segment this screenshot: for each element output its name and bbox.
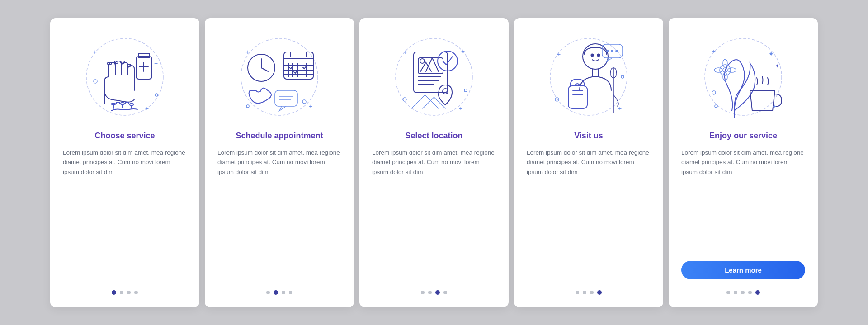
svg-text:+: + — [145, 105, 149, 112]
svg-point-41 — [246, 105, 249, 108]
svg-point-59 — [598, 54, 600, 56]
svg-text:✦: ✦ — [712, 48, 716, 55]
svg-point-58 — [591, 54, 594, 56]
cards-container: + + + Choose service Lorem ipsum dolor s… — [50, 18, 818, 307]
dot — [266, 291, 270, 294]
schedule-body: Lorem ipsum dolor sit dim amet, mea regi… — [217, 148, 341, 279]
dot-active — [112, 290, 116, 295]
svg-point-63 — [616, 50, 618, 52]
visit-dots — [576, 290, 602, 295]
svg-rect-11 — [138, 53, 150, 58]
svg-rect-35 — [275, 90, 297, 106]
svg-point-78 — [714, 68, 722, 72]
svg-point-79 — [728, 68, 736, 72]
visit-body: Lorem ipsum dolor sit dim amet, mea regi… — [527, 148, 651, 279]
svg-text:+: + — [618, 105, 622, 112]
card-visit-us: + + Visit us Lorem ipsum dolor sit dim a… — [514, 18, 663, 307]
schedule-dots — [266, 290, 292, 295]
learn-more-button[interactable]: Learn more — [681, 261, 805, 279]
card-select-location: + + + Select location Lorem ipsum dolor … — [359, 18, 509, 307]
svg-point-76 — [723, 59, 727, 67]
svg-point-84 — [712, 91, 716, 94]
svg-point-18 — [155, 94, 158, 96]
svg-point-40 — [302, 100, 306, 104]
svg-text:+: + — [461, 47, 465, 55]
dot — [443, 291, 447, 294]
visit-illustration: + + — [543, 32, 634, 122]
enjoy-dots — [726, 290, 760, 295]
svg-point-17 — [94, 80, 97, 83]
svg-text:+: + — [403, 48, 407, 56]
dot — [734, 291, 737, 294]
schedule-title: Schedule appointment — [236, 131, 323, 141]
dot — [421, 291, 425, 294]
svg-rect-6 — [116, 102, 120, 104]
enjoy-title: Enjoy our service — [709, 131, 777, 141]
svg-text:+: + — [309, 103, 312, 110]
dot-active — [435, 290, 440, 295]
dot — [741, 291, 745, 294]
svg-point-54 — [403, 98, 406, 101]
location-title: Select location — [405, 131, 462, 141]
svg-rect-7 — [121, 103, 124, 104]
choose-service-title: Choose service — [94, 131, 155, 141]
svg-text:+: + — [459, 105, 462, 112]
visit-title: Visit us — [574, 131, 603, 141]
location-dots — [421, 290, 447, 295]
dot — [726, 291, 730, 294]
svg-point-85 — [715, 105, 717, 108]
choose-service-dots — [112, 290, 138, 295]
svg-text:+: + — [93, 48, 97, 56]
choose-service-body: Lorem ipsum dolor sit dim amet, mea regi… — [63, 148, 187, 279]
dot — [428, 291, 432, 294]
location-body: Lorem ipsum dolor sit dim amet, mea regi… — [372, 148, 496, 279]
schedule-illustration: + + — [234, 32, 325, 122]
card-schedule-appointment: + + Schedule appointment Lorem ipsum dol… — [205, 18, 354, 307]
svg-text:+: + — [154, 60, 158, 67]
enjoy-illustration: ✦ ✦ ✦ + — [698, 32, 788, 122]
svg-rect-5 — [112, 103, 115, 105]
svg-point-55 — [464, 89, 467, 92]
svg-point-71 — [621, 75, 624, 78]
dot — [748, 291, 752, 294]
dot-active — [274, 290, 278, 295]
dot — [282, 291, 285, 294]
location-illustration: + + + — [389, 32, 479, 122]
dot — [120, 291, 123, 294]
dot — [583, 291, 586, 294]
svg-rect-8 — [125, 102, 129, 104]
enjoy-body: Lorem ipsum dolor sit dim amet, mea regi… — [681, 148, 805, 254]
svg-line-34 — [261, 68, 268, 71]
svg-point-62 — [611, 50, 613, 52]
dot — [576, 291, 579, 294]
card-choose-service: + + + Choose service Lorem ipsum dolor s… — [50, 18, 199, 307]
card-enjoy-service: ✦ ✦ ✦ + Enjoy our service Lorem ipsum do… — [669, 18, 818, 307]
dot — [127, 291, 131, 294]
svg-point-61 — [607, 50, 609, 52]
choose-service-illustration: + + + — [80, 32, 170, 122]
dot-active — [755, 290, 760, 295]
svg-text:+: + — [245, 48, 249, 56]
svg-point-45 — [420, 59, 425, 63]
svg-text:+: + — [773, 103, 776, 110]
dot — [590, 291, 594, 294]
svg-rect-64 — [568, 86, 587, 108]
svg-text:✦: ✦ — [768, 50, 774, 58]
dot — [289, 291, 292, 294]
svg-rect-9 — [130, 104, 133, 105]
dot — [134, 291, 138, 294]
dot-active — [597, 290, 602, 295]
svg-text:✦: ✦ — [775, 63, 779, 69]
svg-point-70 — [555, 98, 559, 101]
svg-text:+: + — [557, 51, 561, 58]
